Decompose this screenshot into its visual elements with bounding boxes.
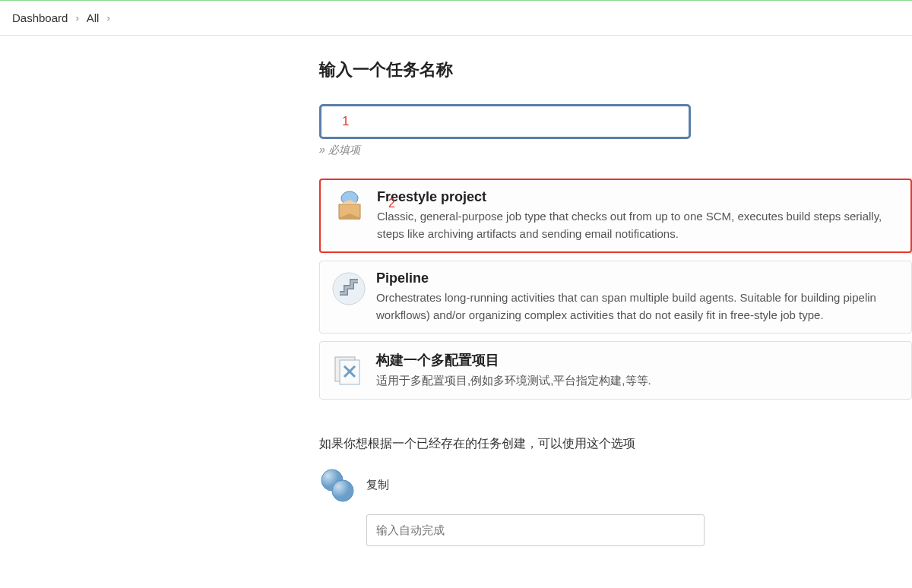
copy-from-input[interactable] bbox=[366, 514, 705, 546]
job-content: 构建一个多配置项目 适用于多配置项目,例如多环境测试,平台指定构建,等等. bbox=[376, 351, 899, 390]
breadcrumb-item-dashboard[interactable]: Dashboard bbox=[12, 11, 68, 24]
job-title: Freestyle project bbox=[377, 189, 898, 205]
job-description: 适用于多配置项目,例如多环境测试,平台指定构建,等等. bbox=[376, 372, 899, 390]
main-content: 输入一个任务名称 1 » 必填项 2 Freestyle project Cla… bbox=[0, 36, 912, 588]
copy-row: 复制 bbox=[319, 467, 912, 504]
name-input-wrapper: 1 bbox=[319, 104, 912, 139]
item-name-input[interactable] bbox=[319, 104, 691, 139]
chevron-right-icon: › bbox=[106, 12, 109, 24]
svg-point-10 bbox=[332, 480, 353, 501]
job-type-multiconfig[interactable]: 构建一个多配置项目 适用于多配置项目,例如多环境测试,平台指定构建,等等. bbox=[319, 341, 912, 400]
job-type-pipeline[interactable]: Pipeline Orchestrates long-running activ… bbox=[319, 261, 912, 334]
job-content: Freestyle project Classic, general-purpo… bbox=[377, 189, 898, 242]
breadcrumb-item-all[interactable]: All bbox=[87, 11, 100, 24]
job-description: Classic, general-purpose job type that c… bbox=[377, 208, 898, 242]
chevron-right-icon: › bbox=[75, 12, 78, 24]
multiconfig-icon bbox=[332, 352, 366, 386]
job-title: Pipeline bbox=[376, 270, 899, 286]
freestyle-project-icon bbox=[333, 191, 366, 224]
job-title: 构建一个多配置项目 bbox=[376, 351, 899, 369]
job-content: Pipeline Orchestrates long-running activ… bbox=[376, 270, 899, 324]
page-title: 输入一个任务名称 bbox=[319, 58, 912, 81]
required-note: » 必填项 bbox=[319, 144, 912, 157]
job-type-freestyle[interactable]: 2 Freestyle project Classic, general-pur… bbox=[319, 179, 912, 253]
copy-icon bbox=[319, 467, 356, 504]
pipeline-icon bbox=[332, 272, 366, 305]
job-description: Orchestrates long-running activities tha… bbox=[376, 289, 899, 324]
copy-label: 复制 bbox=[366, 478, 389, 492]
copy-section: 如果你想根据一个已经存在的任务创建，可以使用这个选项 复制 bbox=[319, 436, 912, 546]
breadcrumb: Dashboard › All › bbox=[0, 1, 912, 36]
copy-heading: 如果你想根据一个已经存在的任务创建，可以使用这个选项 bbox=[319, 436, 912, 452]
